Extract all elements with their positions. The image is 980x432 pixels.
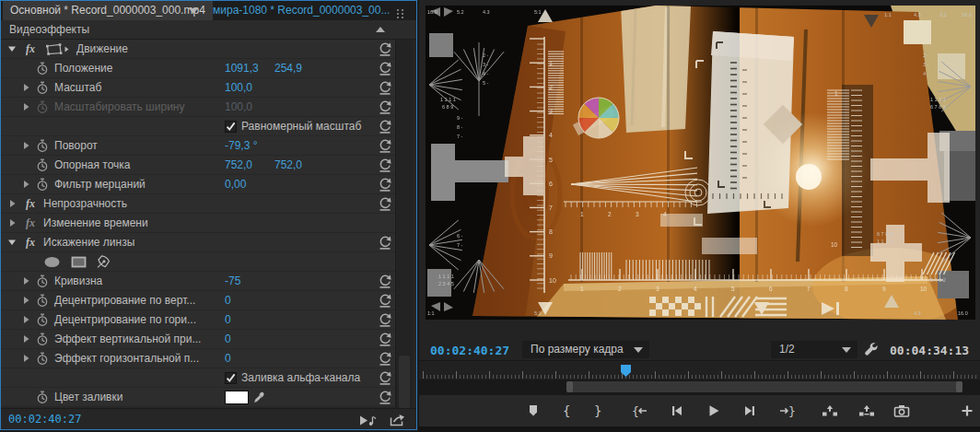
mask-rect-icon[interactable] [71, 252, 87, 271]
fx-badge-icon[interactable]: fx [26, 233, 35, 251]
param-value[interactable]: 1091,3 [225, 59, 259, 77]
reset-parameter-icon[interactable] [379, 291, 391, 309]
vertical-scrollbar-thumb[interactable] [399, 356, 410, 408]
stopwatch-icon[interactable] [36, 98, 49, 116]
fx-badge-icon[interactable]: fx [26, 40, 35, 58]
playhead-marker[interactable] [620, 364, 632, 378]
monitor-time-ruler[interactable] [419, 360, 980, 380]
playback-resolution-select[interactable]: 1/2 [771, 341, 858, 358]
reset-parameter-icon[interactable] [379, 272, 391, 290]
twirl-icon[interactable] [21, 78, 30, 97]
chevron-down-icon[interactable] [189, 8, 198, 14]
row-position: Положение1091,3254,9 [1, 59, 395, 78]
reset-parameter-icon[interactable] [379, 98, 391, 116]
twirl-icon[interactable] [21, 175, 30, 193]
stopwatch-icon[interactable] [36, 310, 49, 329]
go-to-out-button[interactable]: } [776, 402, 798, 420]
reset-parameter-icon[interactable] [379, 349, 391, 368]
twirl-icon[interactable] [21, 349, 30, 368]
eyedropper-icon[interactable] [253, 388, 265, 406]
step-back-button[interactable] [666, 402, 688, 420]
stopwatch-icon[interactable] [36, 291, 49, 309]
fx-badge-icon[interactable]: fx [26, 194, 35, 213]
twirl-icon[interactable] [7, 233, 17, 251]
reset-parameter-icon[interactable] [379, 388, 391, 406]
stopwatch-icon[interactable] [36, 330, 49, 348]
param-value[interactable]: 0 [225, 291, 231, 309]
pan-timeline-icon[interactable] [390, 414, 405, 430]
stopwatch-icon[interactable] [36, 388, 49, 406]
stopwatch-icon[interactable] [36, 59, 49, 77]
checkbox-icon[interactable] [225, 368, 237, 387]
export-frame-button[interactable] [891, 402, 913, 420]
param-value[interactable]: 0 [225, 330, 231, 348]
zoom-handle-left[interactable] [566, 381, 573, 392]
mask-pen-icon[interactable] [97, 252, 111, 271]
twirl-icon[interactable] [21, 330, 30, 348]
go-to-in-button[interactable]: { [629, 402, 651, 420]
settings-wrench-icon[interactable] [864, 342, 880, 361]
twirl-icon[interactable] [7, 40, 17, 58]
reset-parameter-icon[interactable] [379, 136, 391, 155]
tab-source-clip[interactable]: Основной * Record_0000003_000.mp4 [3, 1, 213, 20]
stopwatch-icon[interactable] [36, 136, 49, 155]
mark-in-button[interactable]: { [555, 402, 578, 420]
collapse-section-icon[interactable] [376, 27, 385, 32]
zoom-scrollbar-thumb[interactable] [566, 381, 962, 392]
step-forward-button[interactable] [739, 402, 761, 420]
param-value[interactable]: -79,3 ° [225, 136, 257, 155]
twirl-icon[interactable] [21, 291, 30, 309]
reset-parameter-icon[interactable] [379, 175, 391, 193]
stopwatch-icon[interactable] [36, 349, 49, 368]
stopwatch-icon[interactable] [36, 156, 49, 174]
add-marker-button[interactable] [522, 402, 544, 420]
param-value[interactable]: 0,00 [225, 175, 246, 193]
zoom-level-select[interactable]: По размеру кадра [522, 341, 649, 358]
button-editor-button[interactable] [956, 402, 978, 420]
play-audio-icon[interactable] [359, 414, 377, 430]
reset-parameter-icon[interactable] [379, 78, 391, 97]
param-value[interactable]: 254,9 [274, 59, 302, 77]
lift-button[interactable] [819, 402, 841, 420]
vertical-scrollbar[interactable] [395, 40, 413, 412]
reset-parameter-icon[interactable] [379, 156, 391, 174]
color-swatch[interactable] [225, 388, 249, 406]
reset-parameter-icon[interactable] [379, 368, 391, 387]
reset-parameter-icon[interactable] [379, 59, 391, 77]
twirl-icon[interactable] [7, 214, 17, 232]
clip-timecode[interactable]: 00:02:40:27 [8, 413, 81, 426]
svg-text:2: 2 [618, 286, 622, 292]
param-value[interactable]: 100,0 [225, 78, 252, 97]
param-value[interactable]: 100,0 [225, 98, 252, 116]
reset-parameter-icon[interactable] [379, 233, 391, 251]
zoom-handle-right[interactable] [956, 381, 962, 392]
panel-menu-icon[interactable] [396, 6, 407, 16]
checkbox-icon[interactable] [225, 117, 237, 135]
param-value[interactable]: -75 [225, 272, 240, 290]
reset-parameter-icon[interactable] [379, 194, 391, 213]
param-value[interactable]: 752,0 [274, 156, 302, 174]
stopwatch-icon[interactable] [36, 175, 49, 193]
twirl-icon[interactable] [7, 194, 17, 213]
tab-sequence-clip[interactable]: мира-1080 * Record_0000003_00... [205, 1, 397, 20]
play-button[interactable] [703, 402, 725, 420]
reset-parameter-icon[interactable] [379, 117, 391, 135]
param-value[interactable]: 752,0 [225, 156, 252, 174]
fx-badge-icon[interactable]: fx [26, 214, 35, 232]
reset-parameter-icon[interactable] [379, 330, 391, 348]
stopwatch-icon[interactable] [36, 272, 49, 290]
playhead-timecode[interactable]: 00:02:40:27 [430, 344, 509, 357]
monitor-zoom-scrollbar[interactable] [419, 379, 980, 394]
twirl-icon[interactable] [21, 272, 30, 290]
param-value[interactable]: 0 [225, 349, 231, 368]
reset-parameter-icon[interactable] [379, 310, 391, 329]
mark-out-button[interactable]: } [587, 402, 609, 420]
twirl-icon[interactable] [21, 98, 30, 116]
param-value[interactable]: 0 [225, 310, 231, 329]
twirl-icon[interactable] [21, 310, 30, 329]
twirl-icon[interactable] [21, 136, 30, 155]
extract-button[interactable] [856, 402, 878, 420]
mask-ellipse-icon[interactable] [43, 252, 61, 271]
stopwatch-icon[interactable] [36, 78, 49, 97]
reset-parameter-icon[interactable] [379, 40, 391, 58]
